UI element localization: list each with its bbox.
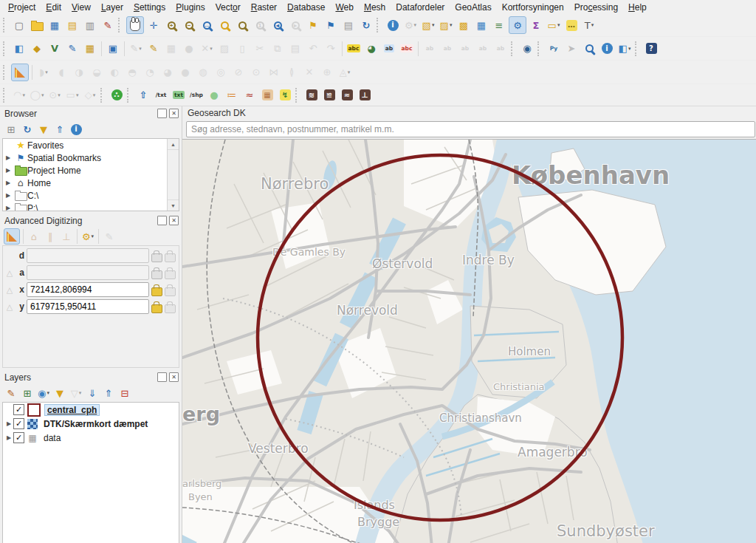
layer-row-central-cph[interactable]: ✓central_cph (3, 403, 179, 417)
collapse-all-layers[interactable]: ⇑ (101, 386, 116, 400)
layers-float-button[interactable] (157, 372, 167, 382)
menu-kortforsyningen[interactable]: Kortforsyningen (497, 1, 569, 14)
browser-item-c[interactable]: ▶C:\ (3, 189, 179, 202)
add-legend-entry[interactable]: ≔ (224, 87, 240, 103)
dropdown-caret-icon[interactable]: ▾ (139, 46, 142, 52)
advanced-digitizing-close-button[interactable]: ✕ (169, 216, 179, 225)
geology-map[interactable]: ▦ (259, 87, 275, 103)
menu-layer[interactable]: Layer (96, 1, 128, 14)
new-geopackage-layer[interactable]: ◆ (29, 41, 45, 57)
toolbar-grip[interactable] (127, 88, 131, 103)
metasearch[interactable]: ◉ (519, 41, 535, 57)
toolbar-grip[interactable] (3, 41, 7, 56)
geoatlas-layers-add[interactable]: ≌ (321, 87, 337, 103)
remove-layer-group[interactable]: ⊟ (117, 386, 132, 400)
layer-name[interactable]: data (41, 433, 63, 443)
expand-arrow-icon[interactable]: ▶ (6, 154, 14, 161)
lock-icon[interactable] (151, 253, 162, 262)
layers-close-button[interactable]: ✕ (169, 372, 179, 382)
snap-to-common-angles[interactable]: ⚙▾ (80, 229, 95, 244)
pan-to-selection[interactable]: ✛ (145, 17, 162, 33)
dropdown-caret-icon[interactable]: ▾ (92, 233, 94, 239)
scroll-down-icon[interactable]: ▼ (168, 199, 179, 211)
dropdown-caret-icon[interactable]: ▾ (47, 390, 49, 396)
new-shapefile-layer[interactable]: V (47, 41, 63, 57)
toggle-editing[interactable]: ✎ (145, 41, 162, 57)
point-to-txt[interactable]: /txt (153, 87, 169, 103)
menu-vector[interactable]: Vector (210, 1, 246, 14)
lock-icon[interactable] (151, 287, 162, 296)
lock-icon[interactable] (151, 270, 162, 279)
zoom-last[interactable]: ◂ (269, 17, 286, 33)
profile-tool[interactable]: ≈ (241, 87, 258, 103)
plugin-lightning[interactable]: ↯ (277, 87, 293, 103)
enable-advanced-digitizing[interactable] (11, 64, 29, 81)
dropdown-caret-icon[interactable]: ▾ (79, 390, 82, 396)
new-project[interactable]: ▢ (11, 17, 27, 33)
layer-row-dtk-sk-rmkort-d-mpet[interactable]: ▶✓DTK/Skærmkort dæmpet (3, 417, 179, 431)
identify-features[interactable]: i (385, 17, 401, 33)
add-group[interactable]: ⊞ (20, 386, 35, 400)
show-bookmark-manager[interactable]: ▤ (340, 17, 357, 33)
expand-arrow-icon[interactable]: ▶ (6, 180, 14, 186)
expand-arrow-icon[interactable]: ▶ (6, 192, 14, 199)
text-annotation[interactable]: T▾ (581, 17, 597, 33)
dropdown-caret-icon[interactable]: ▾ (628, 46, 631, 52)
help-contents[interactable]: ? (643, 41, 659, 57)
zoom-full[interactable]: ↔ (199, 17, 215, 33)
layer-row-data[interactable]: ▶✓▦data (3, 431, 179, 445)
menu-edit[interactable]: Edit (41, 1, 66, 14)
browser-item-p[interactable]: ▶P:\ (3, 202, 179, 211)
repeat-lock-icon[interactable] (165, 287, 176, 296)
dropdown-caret-icon[interactable]: ▾ (450, 22, 453, 28)
new-temporary-scratch-layer[interactable]: ▣ (105, 41, 121, 57)
dropdown-caret-icon[interactable]: ▾ (414, 22, 417, 28)
open-project[interactable] (29, 17, 45, 33)
statistical-summary[interactable]: ≡ (491, 17, 507, 33)
toolbar-grip[interactable] (377, 18, 381, 33)
filter-legend[interactable]: ▼ (52, 386, 67, 400)
toolbar-grip[interactable] (635, 41, 639, 56)
toolbar-grip[interactable] (3, 65, 7, 80)
toolbar-grip[interactable] (295, 88, 300, 103)
pan-map[interactable] (126, 16, 144, 34)
scroll-up-icon[interactable]: ▲ (168, 139, 179, 150)
toolbar-grip[interactable] (511, 41, 515, 56)
toolbar-grip[interactable] (3, 88, 7, 103)
save-project[interactable]: ▦ (47, 17, 63, 33)
x-coordinate-input[interactable] (27, 282, 149, 297)
browser-item-favorites[interactable]: ★Favorites (3, 139, 179, 151)
new-spatialite-layer[interactable]: ✎ (64, 41, 80, 57)
layer-labeling-options[interactable]: abc (346, 41, 362, 57)
geoatlas-log[interactable]: ≈ (339, 87, 355, 103)
pin-tool[interactable]: ➤ (563, 41, 580, 57)
new-spatial-bookmark[interactable]: ⚑ (305, 17, 321, 33)
new-print-layout[interactable]: ▤ (64, 17, 80, 33)
dropdown-caret-icon[interactable]: ▾ (348, 69, 351, 75)
highlight-pinned-labels[interactable]: abc (399, 41, 415, 57)
geoatlas-layers[interactable]: ≋ (303, 87, 320, 103)
geosearch-input[interactable] (186, 121, 755, 137)
repeat-lock-icon[interactable] (165, 253, 176, 262)
layer-name[interactable]: central_cph (44, 404, 100, 416)
menu-datafordeler[interactable]: Datafordeler (391, 1, 450, 14)
map-canvas[interactable]: KøbenhavnNørrebroDe Gamles ByØstervoldIn… (182, 139, 756, 543)
repeat-lock-icon[interactable] (165, 304, 176, 313)
dropdown-caret-icon[interactable]: ▾ (432, 22, 435, 28)
enable-properties-widget[interactable]: i (69, 122, 83, 137)
menu-database[interactable]: Database (282, 1, 330, 14)
select-features-by-value[interactable]: ▨▾ (438, 17, 454, 33)
zoom-out[interactable]: − (181, 17, 197, 33)
refresh-browser[interactable]: ↻ (20, 122, 35, 137)
measure-line[interactable]: ▭▾ (546, 17, 562, 33)
pin-unpin-labels[interactable]: ab (381, 41, 397, 57)
toolbar-grip[interactable] (3, 18, 7, 33)
toolbar-grip[interactable] (100, 88, 105, 103)
menu-mesh[interactable]: Mesh (359, 1, 391, 14)
to-shp[interactable]: /shp (188, 87, 205, 103)
menu-web[interactable]: Web (330, 1, 358, 14)
show-layout-manager[interactable]: ▥ (82, 17, 98, 33)
expand-arrow-icon[interactable]: ▶ (6, 167, 14, 174)
menu-processing[interactable]: Processing (569, 1, 623, 14)
browser-item-project-home[interactable]: ▶Project Home (3, 164, 179, 177)
